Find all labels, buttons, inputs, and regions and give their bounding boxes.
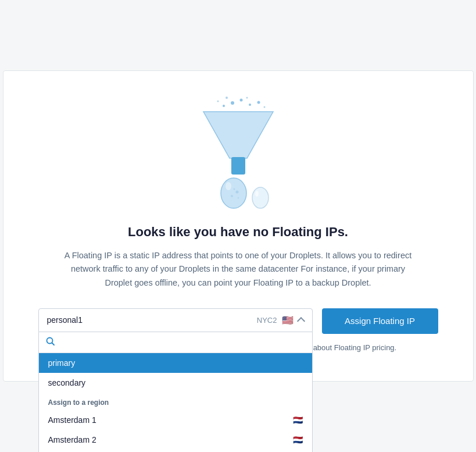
illustration xyxy=(38,94,438,211)
svg-point-7 xyxy=(223,105,225,107)
svg-point-15 xyxy=(235,191,238,194)
svg-point-18 xyxy=(237,197,239,199)
svg-point-14 xyxy=(255,191,259,197)
region-section-label: Assign to a region xyxy=(39,393,312,410)
dropdown-item-amsterdam2[interactable]: Amsterdam 2 🇳🇱 xyxy=(39,430,312,450)
dropdown-trigger-right: NYC2 🇺🇸 xyxy=(257,315,304,326)
dropdown-item-amsterdam3[interactable]: Amsterdam 3 🇳🇱 xyxy=(39,450,312,452)
svg-point-2 xyxy=(221,178,246,208)
flag-nl-2: 🇳🇱 xyxy=(293,435,303,444)
flag-nl-1: 🇳🇱 xyxy=(293,415,303,425)
page-description: A Floating IP is a static IP address tha… xyxy=(64,249,413,290)
dropdown-item-amsterdam1[interactable]: Amsterdam 1 🇳🇱 xyxy=(39,410,312,430)
dropdown-menu: primary secondary Assign to a region Ams… xyxy=(38,332,313,452)
selected-region-label: NYC2 xyxy=(257,316,277,325)
droplet-dropdown[interactable]: personal1 NYC2 🇺🇸 xyxy=(38,308,313,332)
dropdown-search-input[interactable] xyxy=(59,337,305,347)
page-title: Looks like you have no Floating IPs. xyxy=(38,225,438,240)
dropdown-item-primary[interactable]: primary xyxy=(39,353,312,373)
us-flag-icon: 🇺🇸 xyxy=(282,315,294,326)
search-box xyxy=(39,332,312,353)
svg-point-12 xyxy=(226,97,228,99)
dropdown-trigger[interactable]: personal1 NYC2 🇺🇸 xyxy=(38,308,313,332)
svg-marker-0 xyxy=(203,112,273,158)
chevron-up-icon xyxy=(296,317,305,325)
svg-point-9 xyxy=(217,101,219,102)
svg-point-8 xyxy=(257,101,260,104)
svg-line-20 xyxy=(52,343,54,345)
svg-point-4 xyxy=(231,101,234,105)
svg-point-16 xyxy=(231,195,233,197)
svg-point-6 xyxy=(249,104,251,106)
action-row: personal1 NYC2 🇺🇸 xyxy=(38,308,438,334)
region-label-amsterdam1: Amsterdam 1 xyxy=(48,415,96,425)
dropdown-item-secondary[interactable]: secondary xyxy=(39,373,312,393)
svg-point-3 xyxy=(252,187,269,208)
selected-droplet-name: personal1 xyxy=(47,315,83,325)
svg-point-5 xyxy=(239,99,242,102)
svg-point-11 xyxy=(246,97,248,99)
assign-floating-ip-button[interactable]: Assign Floating IP xyxy=(322,308,438,334)
svg-point-17 xyxy=(233,188,235,190)
item-label-primary: primary xyxy=(48,358,76,368)
svg-point-13 xyxy=(226,182,231,190)
svg-rect-1 xyxy=(231,157,245,175)
search-icon xyxy=(46,337,55,348)
main-card: Looks like you have no Floating IPs. A F… xyxy=(3,70,474,382)
svg-point-10 xyxy=(263,106,265,108)
region-label-amsterdam2: Amsterdam 2 xyxy=(48,435,96,444)
item-label-secondary: secondary xyxy=(48,378,86,387)
